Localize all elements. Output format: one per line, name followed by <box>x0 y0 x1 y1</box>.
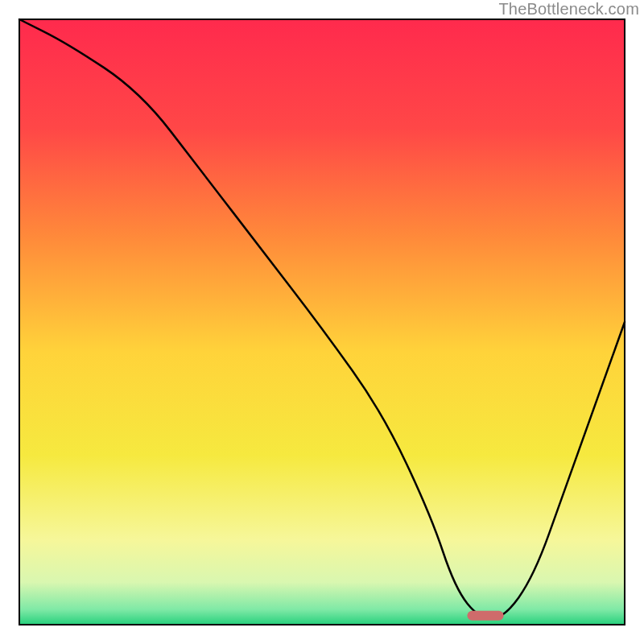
plot-background <box>19 19 625 625</box>
bottleneck-chart <box>0 0 644 644</box>
optimal-marker <box>467 611 503 621</box>
chart-root: TheBottleneck.com <box>0 0 644 644</box>
watermark-text: TheBottleneck.com <box>498 0 639 19</box>
